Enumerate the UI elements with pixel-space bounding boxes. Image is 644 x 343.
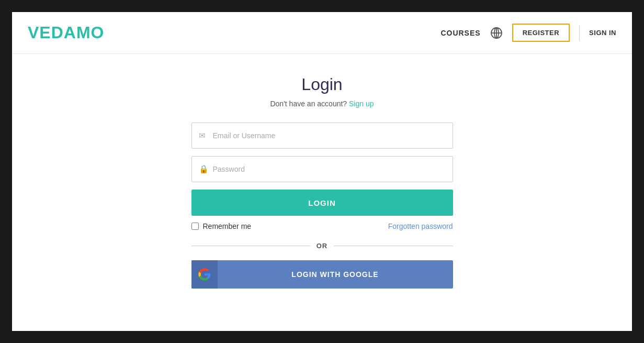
email-input-wrapper: ✉ — [191, 123, 453, 149]
nav-divider — [579, 25, 580, 41]
password-input-wrapper: 🔒 — [191, 156, 453, 182]
email-icon: ✉ — [199, 131, 206, 140]
remember-me-label[interactable]: Remember me — [191, 222, 252, 230]
google-login-button[interactable]: LOGIN WITH GOOGLE — [191, 260, 453, 289]
google-icon-box — [191, 260, 218, 289]
login-card: Login Don't have an account? Sign up ✉ 🔒… — [191, 75, 453, 289]
remember-me-checkbox[interactable] — [191, 223, 199, 230]
or-divider: OR — [191, 242, 453, 250]
or-line-left — [191, 246, 310, 246]
options-row: Remember me Forgotten password — [191, 222, 453, 230]
google-button-text: LOGIN WITH GOOGLE — [218, 270, 453, 279]
register-button[interactable]: REGISTER — [512, 24, 570, 42]
app-frame: VEDAMO COURSES REGISTER SIGN IN Login Do… — [10, 10, 634, 333]
no-account-text: Don't have an account? Sign up — [270, 99, 374, 108]
remember-me-text: Remember me — [203, 222, 252, 230]
signup-link[interactable]: Sign up — [349, 99, 374, 108]
login-title: Login — [301, 75, 342, 94]
logo: VEDAMO — [28, 23, 104, 42]
courses-nav-link[interactable]: COURSES — [440, 29, 480, 37]
globe-icon[interactable] — [490, 27, 503, 39]
email-input[interactable] — [191, 123, 453, 149]
password-input[interactable] — [191, 156, 453, 182]
header: VEDAMO COURSES REGISTER SIGN IN — [12, 12, 632, 54]
forgotten-password-link[interactable]: Forgotten password — [388, 222, 453, 230]
main-content: Login Don't have an account? Sign up ✉ 🔒… — [12, 54, 632, 331]
lock-icon: 🔒 — [199, 164, 209, 174]
google-g-icon — [197, 267, 212, 282]
login-button[interactable]: LOGIN — [191, 190, 453, 216]
or-line-right — [334, 246, 453, 246]
signin-button[interactable]: SIGN IN — [589, 29, 616, 37]
nav-right: COURSES REGISTER SIGN IN — [440, 24, 616, 42]
or-text: OR — [317, 242, 328, 250]
